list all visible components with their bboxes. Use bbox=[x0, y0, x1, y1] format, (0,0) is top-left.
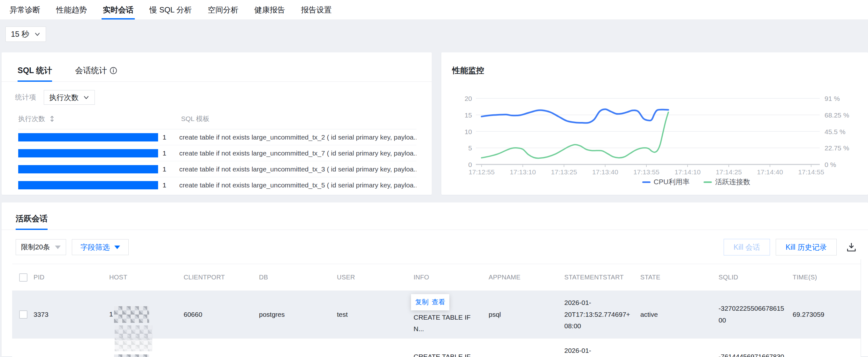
col-sql-template-label: SQL 模板 bbox=[181, 114, 210, 123]
col-sqlid: SQLID bbox=[718, 264, 793, 291]
tab-session-stats[interactable]: 会话统计 bbox=[75, 65, 117, 82]
sessions-controls-row: 限制20条 字段筛选 Kill 会话 Kill 历史记录 bbox=[16, 239, 857, 255]
tab-active-sessions[interactable]: 活跃会话 bbox=[16, 213, 48, 230]
sql-actions-popup: 复制 查看 bbox=[411, 294, 449, 311]
cell-appname: psql bbox=[489, 309, 564, 321]
svg-text:45.5 %: 45.5 % bbox=[825, 128, 845, 135]
col-host: HOST bbox=[109, 264, 184, 291]
performance-panel-title: 性能监控 bbox=[452, 65, 868, 76]
cell-pid: 3373 bbox=[34, 309, 109, 321]
col-appname: APPNAME bbox=[489, 264, 564, 291]
cell-clientport: 60660 bbox=[184, 309, 259, 321]
stat-item-row: 统计项 执行次数 bbox=[15, 90, 432, 105]
exec-count-bar bbox=[18, 133, 158, 141]
cell-user: test bbox=[337, 309, 413, 321]
exec-count-bar bbox=[18, 181, 158, 189]
sessions-panel-tabs: 活跃会话 bbox=[2, 202, 868, 230]
field-filter-label: 字段筛选 bbox=[81, 242, 110, 252]
cell-sqlid: -3270222550667861500 bbox=[718, 303, 793, 326]
download-icon[interactable] bbox=[846, 242, 857, 252]
top-panels-row: SQL 统计 会话统计 统计项 执行次数 执行次数 bbox=[2, 52, 868, 195]
session-row[interactable]: 3373 1 60660 postgres test 复制 查看 CREATE … bbox=[12, 291, 861, 338]
sql-template-text: create table if not exists large_uncommi… bbox=[179, 133, 416, 141]
row-checkbox[interactable] bbox=[19, 311, 28, 319]
tab-realtime-session[interactable]: 实时会话 bbox=[103, 0, 133, 20]
tab-slow-sql-analysis[interactable]: 慢 SQL 分析 bbox=[150, 0, 192, 20]
tab-exception-diagnosis[interactable]: 异常诊断 bbox=[9, 0, 40, 20]
redacted-host-mosaic bbox=[115, 336, 152, 351]
stat-item-select-value: 执行次数 bbox=[49, 93, 79, 102]
host-prefix: 1 bbox=[109, 311, 113, 318]
col-statementstart: STATEMENTSTART bbox=[564, 264, 640, 291]
svg-text:17:14:40: 17:14:40 bbox=[757, 168, 783, 175]
info-sql-text: CREATE TABLE IF N... bbox=[413, 312, 482, 335]
tab-space-analysis[interactable]: 空间分析 bbox=[208, 0, 238, 20]
triangle-down-icon bbox=[55, 246, 61, 249]
exec-count-bar bbox=[18, 165, 158, 173]
col-time-s: TIME(S) bbox=[793, 264, 861, 291]
kill-history-button[interactable]: Kill 历史记录 bbox=[776, 239, 837, 255]
legend-item-CPU利用率[interactable]: CPU利用率 bbox=[642, 177, 689, 187]
tab-active-sessions-label: 活跃会话 bbox=[16, 213, 48, 224]
cell-host: 1 bbox=[109, 306, 184, 323]
svg-text:10: 10 bbox=[465, 128, 472, 135]
svg-text:5: 5 bbox=[468, 144, 472, 152]
cell-sqlid: -7614445697166783000 bbox=[718, 351, 793, 357]
svg-text:0: 0 bbox=[468, 161, 472, 168]
tab-performance-trend[interactable]: 性能趋势 bbox=[56, 0, 87, 20]
sessions-table: PID HOST CLIENTPORT DB USER INFO APPNAME… bbox=[12, 264, 861, 357]
svg-text:20: 20 bbox=[465, 95, 472, 102]
legend-label: CPU利用率 bbox=[654, 177, 689, 187]
exec-count-value: 1 bbox=[162, 165, 166, 173]
sql-template-text: create table if not exists large_uncommi… bbox=[179, 150, 416, 157]
performance-line-chart[interactable]: 00 %522.75 %1045.5 %1568.25 %2091 %17:12… bbox=[441, 80, 868, 176]
sql-panel-tabs: SQL 统计 会话统计 bbox=[2, 52, 432, 82]
svg-text:17:14:55: 17:14:55 bbox=[798, 168, 824, 175]
field-filter-button[interactable]: 字段筛选 bbox=[72, 239, 129, 255]
cell-time-s: 69.273059 bbox=[793, 309, 861, 321]
sql-stats-panel: SQL 统计 会话统计 统计项 执行次数 执行次数 bbox=[2, 52, 432, 195]
legend-item-活跃连接数[interactable]: 活跃连接数 bbox=[704, 177, 750, 187]
sql-stat-row[interactable]: 1 create table if not exists large_uncom… bbox=[18, 129, 416, 145]
cell-info: CREATE TABLE IF N... bbox=[413, 351, 489, 357]
stat-item-label: 统计项 bbox=[15, 93, 36, 102]
cell-statementstart: 2026-01-20T17:13:52.774697+08:00 bbox=[564, 297, 640, 332]
sql-table-header: 执行次数 SQL 模板 bbox=[18, 114, 416, 129]
svg-text:17:12:55: 17:12:55 bbox=[468, 168, 495, 175]
tab-sql-stats[interactable]: SQL 统计 bbox=[18, 65, 52, 82]
col-exec-count-label: 执行次数 bbox=[18, 114, 45, 123]
sort-icon[interactable] bbox=[49, 115, 55, 122]
performance-monitor-panel: 性能监控 00 %522.75 %1045.5 %1568.25 %2091 %… bbox=[441, 52, 868, 195]
refresh-interval-select[interactable]: 15 秒 bbox=[5, 27, 46, 42]
svg-text:22.75 %: 22.75 % bbox=[825, 144, 849, 152]
cell-statementstart: 2026-01-20T17:13:52.786688+08:00 bbox=[564, 345, 640, 357]
stat-item-select[interactable]: 执行次数 bbox=[44, 90, 95, 105]
sql-stat-row[interactable]: 1 create table if not exists large_uncom… bbox=[18, 145, 416, 161]
sql-stat-row[interactable]: 1 create table if not exists large_uncom… bbox=[18, 161, 416, 177]
kill-session-button[interactable]: Kill 会话 bbox=[724, 239, 770, 255]
active-sessions-panel: 活跃会话 限制20条 字段筛选 Kill 会话 Kill 历史记录 PID HO… bbox=[2, 202, 868, 356]
sessions-table-header: PID HOST CLIENTPORT DB USER INFO APPNAME… bbox=[12, 264, 861, 291]
session-row[interactable]: 3376 1 60666 postgres test CREATE TABLE … bbox=[12, 338, 861, 357]
chevron-down-icon bbox=[83, 94, 89, 101]
sql-stats-table: 执行次数 SQL 模板 1 create table if not exists… bbox=[18, 114, 416, 193]
cell-state: active bbox=[640, 309, 718, 321]
exec-count-value: 1 bbox=[162, 182, 166, 189]
svg-text:15: 15 bbox=[465, 111, 472, 119]
sql-stat-row[interactable]: 1 create table if not exists large_uncom… bbox=[18, 177, 416, 193]
tab-health-report[interactable]: 健康报告 bbox=[254, 0, 285, 20]
copy-sql-link[interactable]: 复制 bbox=[415, 296, 429, 308]
refresh-interval-value: 15 秒 bbox=[11, 29, 29, 39]
view-sql-link[interactable]: 查看 bbox=[432, 296, 445, 308]
tab-report-settings[interactable]: 报告设置 bbox=[301, 0, 332, 20]
svg-text:17:14:10: 17:14:10 bbox=[675, 168, 701, 175]
chart-legend: CPU利用率活跃连接数 bbox=[483, 177, 868, 187]
redacted-host-mosaic bbox=[114, 354, 149, 357]
table-scrollbar-track[interactable] bbox=[861, 259, 861, 356]
col-db: DB bbox=[259, 264, 337, 291]
triangle-down-icon bbox=[114, 246, 120, 249]
sql-template-text: create table if not exists large_uncommi… bbox=[179, 165, 416, 173]
limit-select[interactable]: 限制20条 bbox=[16, 239, 66, 255]
col-user: USER bbox=[337, 264, 413, 291]
select-all-checkbox[interactable] bbox=[19, 273, 28, 282]
